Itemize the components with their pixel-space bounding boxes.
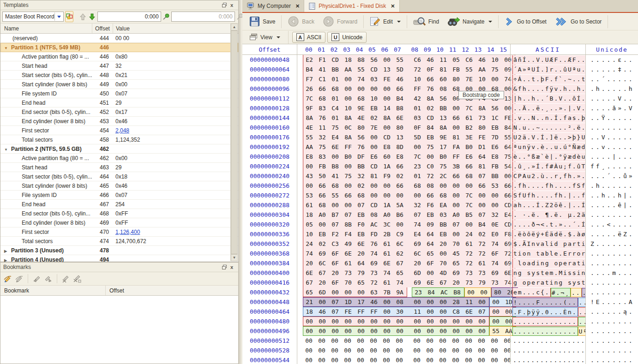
- hex-byte[interactable]: 00: [411, 192, 423, 199]
- hex-byte[interactable]: 03: [411, 114, 423, 121]
- hex-row[interactable]: 0000000030418A0B707EB08A0B607EB03A0B5073…: [242, 210, 638, 220]
- hex-byte[interactable]: 7C: [463, 202, 475, 209]
- hex-byte[interactable]: 41: [329, 173, 341, 179]
- template-row[interactable]: End cylinder (lower 8 bits)4530x46: [0, 117, 238, 126]
- hex-byte[interactable]: CD: [329, 56, 341, 63]
- hex-byte[interactable]: 00: [342, 318, 354, 325]
- hex-byte[interactable]: 7C: [411, 153, 423, 160]
- hex-byte[interactable]: 66: [463, 163, 475, 170]
- hex-byte[interactable]: 00: [316, 298, 328, 305]
- hex-byte[interactable]: FF: [450, 153, 462, 160]
- hex-byte[interactable]: 00: [329, 347, 341, 354]
- hex-byte[interactable]: 61: [381, 240, 393, 247]
- hex-row[interactable]: 00000000192AA756EFF7600E88D007517FAB0D1E…: [242, 142, 638, 152]
- template-row[interactable]: Start sector (bits 0-5), cylin...4640x18: [0, 172, 238, 181]
- scrollbar-thumb[interactable]: [231, 30, 238, 254]
- hex-byte[interactable]: 84: [424, 124, 436, 131]
- hex-byte[interactable]: 00: [476, 328, 488, 334]
- hex-byte[interactable]: 00: [476, 318, 488, 325]
- hex-byte[interactable]: 00: [303, 163, 315, 170]
- hex-byte[interactable]: 55: [463, 66, 475, 73]
- hex-byte[interactable]: 74: [394, 279, 406, 286]
- hex-byte[interactable]: 75: [342, 173, 354, 179]
- hex-byte[interactable]: 80: [476, 124, 488, 131]
- hex-byte[interactable]: 28: [450, 298, 462, 305]
- hex-byte[interactable]: 00: [437, 250, 449, 257]
- hex-byte[interactable]: 68: [437, 192, 449, 199]
- hex-byte[interactable]: 00: [424, 308, 436, 315]
- goto-offset-button[interactable]: Go to Offset: [500, 14, 550, 29]
- hex-byte[interactable]: C9: [394, 231, 406, 238]
- hex-byte[interactable]: 00: [381, 328, 393, 334]
- template-row[interactable]: End head467254: [0, 200, 238, 209]
- hex-byte[interactable]: 00: [463, 337, 475, 344]
- unicode-text[interactable]: ........: [585, 346, 638, 355]
- hex-row[interactable]: 00000000432656D000000637B9A2384ACB800008…: [242, 287, 638, 297]
- hex-byte[interactable]: 74: [303, 250, 315, 257]
- hex-byte[interactable]: 00: [394, 318, 406, 325]
- hex-byte[interactable]: 13: [437, 114, 449, 121]
- hex-byte[interactable]: 61: [381, 279, 393, 286]
- template-row[interactable]: End head45129: [0, 98, 238, 107]
- hex-byte[interactable]: 00: [380, 337, 392, 344]
- hex-byte[interactable]: 00: [342, 163, 354, 170]
- template-row[interactable]: End cylinder (lower 8 bits)4690xFF: [0, 218, 238, 227]
- hex-byte[interactable]: 65: [394, 269, 406, 276]
- hex-byte[interactable]: BB: [329, 66, 341, 73]
- close-panel-icon[interactable]: x: [228, 264, 235, 270]
- hex-byte[interactable]: 00: [411, 357, 423, 364]
- hex-byte[interactable]: 24: [303, 240, 315, 247]
- hex-byte[interactable]: 00: [303, 337, 315, 344]
- ascii-text[interactable]: ..: [571, 288, 582, 297]
- hex-byte[interactable]: EB: [424, 211, 436, 218]
- hex-row[interactable]: 00000000240435041753281F90201722C666807B…: [242, 171, 638, 181]
- hex-byte[interactable]: 00: [342, 76, 354, 83]
- hex-byte[interactable]: 00: [437, 347, 449, 354]
- hex-byte[interactable]: 61: [303, 202, 315, 209]
- hex-byte[interactable]: E8: [303, 153, 315, 160]
- hex-byte[interactable]: 32: [489, 211, 501, 218]
- hex-byte[interactable]: F7: [303, 76, 315, 83]
- hex-byte[interactable]: 10: [342, 105, 354, 112]
- hex-byte[interactable]: 46: [316, 308, 328, 315]
- hex-byte[interactable]: 46: [394, 76, 406, 83]
- hex-byte[interactable]: 49: [342, 240, 354, 247]
- hex-byte[interactable]: 6F: [329, 260, 341, 267]
- hex-byte[interactable]: BB: [437, 221, 449, 228]
- hex-byte[interactable]: 00: [489, 192, 501, 199]
- hex-byte[interactable]: 00: [437, 182, 449, 189]
- hex-byte[interactable]: 00: [355, 337, 367, 344]
- hex-byte[interactable]: 76: [424, 85, 436, 92]
- hex-byte[interactable]: 00: [355, 328, 367, 334]
- hex-byte[interactable]: 80: [450, 76, 462, 83]
- hex-byte[interactable]: 14: [381, 105, 393, 112]
- hex-row[interactable]: 000000002886168000007CD1A5A32F6EA007C000…: [242, 200, 638, 210]
- unicode-text[interactable]: ........: [585, 316, 638, 326]
- hex-byte[interactable]: 01: [329, 76, 341, 83]
- hex-byte[interactable]: 00: [329, 337, 341, 344]
- hex-byte[interactable]: 80: [492, 289, 504, 296]
- hex-byte[interactable]: 00: [475, 357, 488, 364]
- hex-byte[interactable]: BB: [355, 163, 367, 170]
- ascii-text[interactable]: tion table.Error: [512, 249, 585, 258]
- hex-byte[interactable]: 68: [316, 202, 328, 209]
- hex-byte[interactable]: 00: [450, 357, 462, 364]
- view-button[interactable]: View: [245, 32, 284, 43]
- hex-byte[interactable]: 88: [355, 56, 367, 63]
- hex-byte[interactable]: 00: [424, 337, 436, 344]
- ascii-text[interactable]: ´A»ªUÍ.]r..ûUªu.: [512, 65, 585, 74]
- hex-byte[interactable]: 73: [463, 269, 475, 276]
- hex-byte[interactable]: F1: [316, 56, 328, 63]
- hex-byte[interactable]: 74: [489, 240, 501, 247]
- hex-row[interactable]: 0000000052800000000000000000000000000000…: [242, 346, 638, 355]
- hex-byte[interactable]: 72: [476, 240, 488, 247]
- hex-byte[interactable]: 74: [411, 221, 423, 228]
- hex-byte[interactable]: 00: [342, 289, 354, 296]
- hex-byte[interactable]: B0: [463, 143, 475, 150]
- hex-byte[interactable]: 56: [437, 95, 449, 102]
- hex-byte[interactable]: 72: [411, 66, 423, 73]
- hex-byte[interactable]: 07: [476, 173, 488, 179]
- hex-byte[interactable]: 9A: [394, 289, 406, 296]
- ascii-text[interactable]: CPAu2.ù..r,fh.».: [512, 172, 585, 181]
- hex-byte[interactable]: 66: [394, 182, 406, 189]
